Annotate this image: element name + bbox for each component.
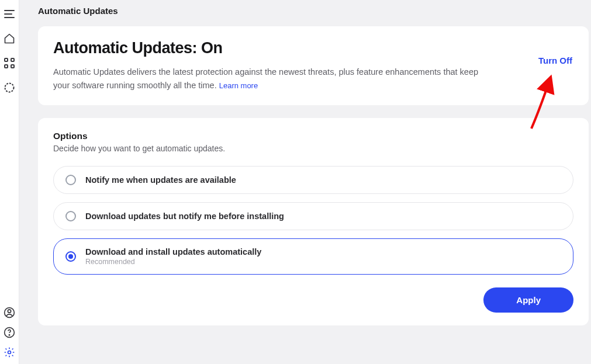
option-label: Download and install updates automatical…: [85, 247, 261, 256]
hero-description: Automatic Updates delivers the latest pr…: [53, 65, 480, 92]
svg-rect-6: [11, 65, 14, 68]
main-content: Automatic Updates Automatic Updates: On …: [19, 0, 591, 364]
options-card: Options Decide how you want to get autom…: [38, 118, 589, 325]
account-icon[interactable]: [4, 307, 15, 318]
svg-point-7: [5, 84, 14, 92]
option-auto-install[interactable]: Download and install updates automatical…: [53, 238, 573, 275]
home-icon[interactable]: [4, 33, 15, 44]
sidebar-bottom: [4, 307, 15, 364]
option-text: Download and install updates automatical…: [85, 247, 261, 266]
help-icon[interactable]: [4, 327, 15, 338]
options-title: Options: [53, 131, 573, 141]
sidebar-top: [4, 8, 15, 93]
svg-point-12: [8, 351, 11, 354]
apps-icon[interactable]: [4, 57, 15, 69]
svg-rect-4: [11, 58, 14, 61]
page-title: Automatic Updates: [38, 6, 591, 16]
apply-button[interactable]: Apply: [483, 287, 573, 313]
radio-icon: [65, 251, 76, 262]
option-label: Notify me when updates are available: [85, 175, 236, 185]
menu-icon[interactable]: [4, 8, 15, 20]
svg-rect-5: [5, 65, 8, 68]
radio-icon: [65, 175, 76, 185]
option-notify[interactable]: Notify me when updates are available: [53, 166, 573, 194]
apply-row: Apply: [53, 287, 573, 313]
svg-point-9: [8, 310, 11, 313]
option-text: Notify me when updates are available: [85, 175, 236, 185]
turn-off-button[interactable]: Turn Off: [538, 56, 572, 65]
options-subtitle: Decide how you want to get automatic upd…: [53, 144, 573, 153]
option-sublabel: Recommended: [85, 258, 261, 266]
svg-point-11: [9, 335, 9, 335]
svg-rect-3: [5, 58, 8, 61]
settings-icon[interactable]: [4, 346, 15, 358]
learn-more-link[interactable]: Learn more: [219, 81, 258, 90]
hero-card: Automatic Updates: On Automatic Updates …: [38, 26, 589, 105]
circle-icon[interactable]: [4, 82, 15, 93]
hero-description-text: Automatic Updates delivers the latest pr…: [53, 67, 478, 90]
hero-title: Automatic Updates: On: [53, 39, 573, 57]
option-label: Download updates but notify me before in…: [85, 212, 284, 221]
sidebar: [0, 0, 19, 364]
option-download-notify[interactable]: Download updates but notify me before in…: [53, 202, 573, 230]
radio-icon: [65, 211, 76, 221]
option-text: Download updates but notify me before in…: [85, 212, 284, 221]
